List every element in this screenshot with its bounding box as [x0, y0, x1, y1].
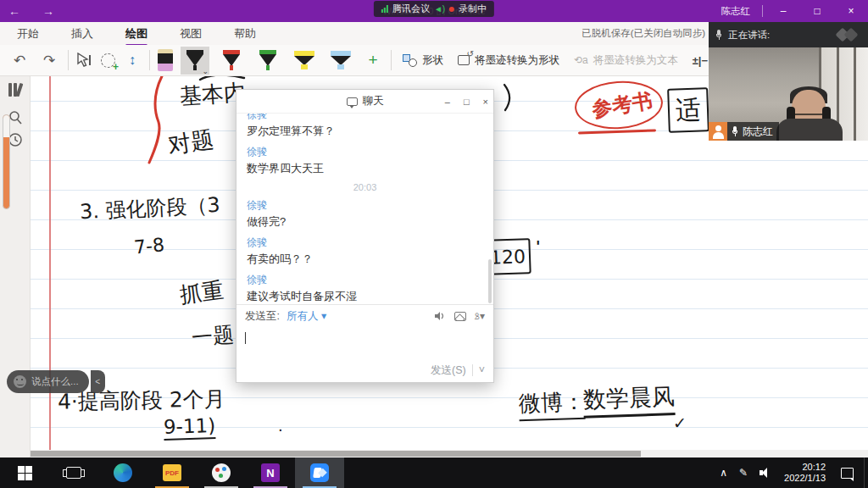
taskbar-pdf-reader[interactable]: PDF	[147, 458, 197, 488]
screen: ← → Windows 10 的 OneNote 腾讯会议 ◄) 录制中 陈志红…	[0, 0, 868, 488]
tab-view[interactable]: 视图	[178, 25, 203, 43]
task-view-icon	[66, 467, 81, 479]
meeting-status-overlay[interactable]: 腾讯会议 ◄) 录制中	[374, 1, 494, 17]
send-options-caret[interactable]: ˅	[479, 364, 485, 376]
pen-green-button[interactable]	[253, 47, 282, 75]
tray-pen-icon[interactable]: ✎	[733, 467, 754, 479]
handwriting-range-9-11: 9-11)	[164, 414, 216, 441]
toolbar-divider	[149, 50, 150, 70]
tray-chevron-icon[interactable]: ∧	[714, 467, 733, 479]
minimize-button[interactable]: –	[766, 0, 800, 22]
pen-red-button[interactable]	[217, 47, 246, 75]
taskbar: PDF N ∧ ✎ 20:12 2022/1/13	[0, 458, 868, 488]
shapes-button[interactable]: 形状	[399, 53, 447, 68]
meeting-app-name: 腾讯会议	[392, 3, 430, 15]
chat-maximize-button[interactable]: □	[464, 97, 470, 107]
chat-message: 罗尔定理算不算？	[247, 124, 483, 139]
tab-help[interactable]: 帮助	[232, 25, 258, 43]
chat-title: 聊天	[363, 94, 384, 108]
mic-icon	[715, 30, 722, 40]
undo-button[interactable]: ↶	[8, 52, 31, 69]
recording-label: 录制中	[459, 3, 487, 15]
chat-message-list[interactable]: 徐骏 罗尔定理算不算？ 徐骏 数学界四大天王 20:03 徐骏 做得完? 徐骏 …	[236, 114, 493, 304]
webcam-panel: 正在讲话: 陈志红	[709, 22, 868, 141]
highlighter-blue-button[interactable]	[326, 47, 355, 75]
quick-chat-collapse-button[interactable]: <	[91, 370, 105, 393]
taskbar-paint[interactable]	[197, 458, 246, 488]
shapes-icon	[403, 54, 417, 67]
handwriting-zhua: 抓重	[178, 275, 225, 310]
horizontal-scrollbar[interactable]	[31, 450, 868, 458]
ink-to-text-icon: ⟲a	[574, 54, 588, 66]
save-status-text: 已脱机保存(已关闭自动同步)	[581, 27, 705, 40]
send-divider	[472, 364, 473, 376]
chat-minimize-button[interactable]: –	[445, 97, 450, 107]
toolbar-divider	[391, 50, 392, 70]
send-to-dropdown[interactable]: 所有人 ▾	[287, 309, 326, 324]
tray-date: 2022/1/13	[784, 473, 826, 484]
mic-icon	[732, 126, 738, 136]
taskbar-edge[interactable]	[98, 458, 147, 488]
handwriting-tick: '	[536, 237, 541, 255]
handwriting-stroke	[502, 83, 514, 112]
handwriting-checkmark: ✓	[673, 413, 687, 432]
tab-draw[interactable]: 绘图	[124, 25, 149, 43]
handwriting-stage3: 3. 强化阶段（3	[79, 191, 220, 226]
redo-button[interactable]: ↷	[38, 52, 60, 69]
taskbar-onenote[interactable]: N	[246, 458, 295, 488]
speaking-label: 正在讲话:	[728, 29, 770, 42]
chat-bubble-icon	[347, 97, 358, 106]
send-button[interactable]: 发送(S)	[431, 363, 466, 378]
account-name[interactable]: 陈志红	[721, 5, 751, 18]
tab-insert[interactable]: 插入	[70, 25, 95, 43]
tray-volume-icon[interactable]	[754, 468, 777, 478]
chat-window: 聊天 – □ × 徐骏 罗尔定理算不算？ 徐骏 数学界四大天王 20:03 徐骏…	[236, 89, 494, 383]
highlighter-yellow-button[interactable]	[290, 47, 319, 75]
participant-name: 陈志红	[743, 125, 773, 139]
chat-footer: 发送至: 所有人 ▾ ꝸ▾ 发送(S) ˅	[236, 304, 493, 382]
start-button[interactable]	[0, 458, 49, 488]
insert-space-button[interactable]: ↕	[123, 53, 142, 68]
handwriting-dot: .	[278, 417, 283, 435]
chat-image-icon[interactable]	[454, 312, 466, 321]
close-button[interactable]: ×	[834, 0, 868, 22]
scrollbar-thumb[interactable]	[31, 451, 641, 457]
chat-sender: 徐骏	[247, 145, 483, 159]
lasso-select-button[interactable]	[101, 53, 115, 68]
eraser-button[interactable]	[158, 49, 173, 71]
pen-black-button[interactable]	[181, 47, 209, 75]
notebooks-icon[interactable]	[7, 83, 24, 97]
chat-scrollbar-thumb[interactable]	[488, 259, 492, 303]
system-tray: ∧ ✎ 20:12 2022/1/13	[714, 458, 868, 488]
toolbar-divider	[68, 50, 69, 70]
chat-sound-icon[interactable]	[434, 311, 446, 321]
stylus-indicator[interactable]	[3, 114, 10, 209]
quick-chat-input[interactable]: 说点什么...	[7, 370, 89, 393]
participant-silhouette	[770, 81, 846, 141]
action-center-icon[interactable]	[841, 468, 854, 479]
webcam-video[interactable]: 陈志红	[709, 47, 868, 141]
ink-to-shape-button[interactable]: 将墨迹转换为形状	[454, 53, 563, 68]
select-tool-button[interactable]	[76, 53, 93, 68]
handwriting-duiti: 对题	[166, 124, 216, 161]
task-view-button[interactable]	[49, 458, 98, 488]
handwriting-red-underline	[578, 129, 656, 134]
signal-icon	[381, 5, 388, 13]
onenote-icon: N	[261, 463, 280, 482]
chat-message: 数学界四大天王	[247, 161, 483, 176]
avatar-icon	[709, 122, 727, 141]
chat-titlebar[interactable]: 聊天 – □ ×	[236, 90, 493, 114]
chat-sender: 徐骏	[247, 273, 483, 287]
maximize-button[interactable]: □	[800, 0, 834, 22]
quick-chat-placeholder: 说点什么...	[31, 375, 79, 388]
chat-input[interactable]	[236, 327, 493, 358]
taskbar-tencent-meeting[interactable]	[295, 458, 344, 488]
chat-sender: 徐骏	[247, 114, 483, 122]
quick-chat-widget: 说点什么... <	[7, 370, 105, 393]
add-pen-button[interactable]: +	[363, 51, 383, 69]
tab-home[interactable]: 开始	[15, 25, 41, 43]
chat-close-button[interactable]: ×	[483, 97, 488, 107]
chat-member-icon[interactable]: ꝸ▾	[475, 310, 485, 322]
show-desktop-button[interactable]	[864, 458, 868, 488]
taskbar-clock[interactable]: 20:12 2022/1/13	[777, 462, 832, 484]
